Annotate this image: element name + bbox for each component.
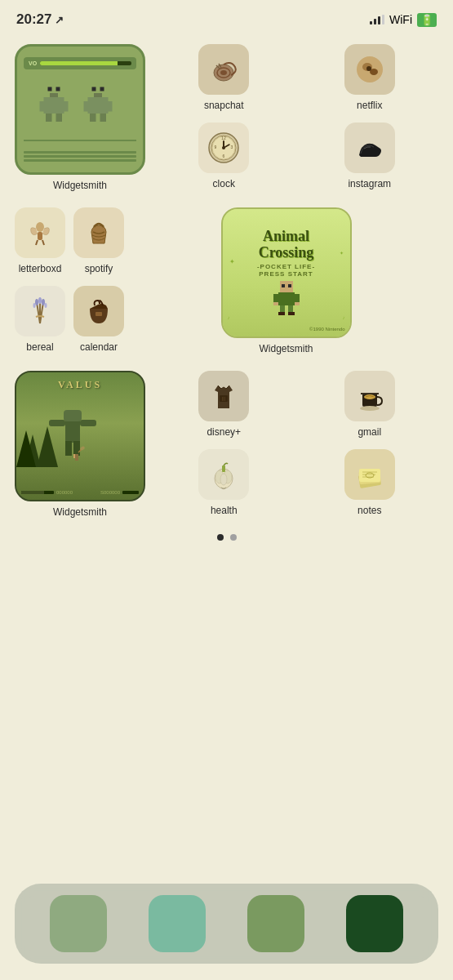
svg-rect-88 — [359, 469, 380, 482]
svg-point-50 — [45, 303, 47, 308]
netflix-app[interactable]: netflix — [301, 44, 439, 111]
svg-rect-13 — [100, 87, 104, 91]
home-screen: VO — [0, 36, 453, 565]
snapchat-app[interactable]: snapchat — [155, 44, 293, 111]
spotify-label: spotify — [85, 263, 113, 274]
svg-rect-15 — [88, 97, 109, 114]
gmail-icon[interactable] — [344, 371, 395, 421]
dot-2 — [230, 534, 237, 541]
letterboxd-app[interactable]: letterboxd — [15, 207, 65, 274]
svg-text:6: 6 — [223, 154, 225, 158]
svg-text:12: 12 — [221, 136, 226, 140]
svg-rect-67 — [65, 418, 80, 443]
svg-rect-5 — [44, 97, 64, 114]
dock-app-1[interactable] — [50, 895, 107, 952]
snapchat-icon[interactable] — [198, 44, 249, 95]
notes-label: notes — [358, 505, 381, 516]
dot-1 — [217, 534, 224, 541]
instagram-icon[interactable] — [344, 122, 395, 173]
status-icons: WiFi 🔋 — [370, 13, 437, 27]
bottom-right-grid: ||| disney+ — [155, 371, 438, 516]
health-app[interactable]: health — [155, 449, 293, 516]
widgetsmith-2-widget[interactable]: AnimalCrossing -POCKET LIFE- PRESS START — [221, 207, 352, 338]
wifi-icon: WiFi — [389, 13, 412, 26]
calendar-icon[interactable] — [73, 286, 124, 336]
widgetsmith-3-widget[interactable]: VALUS — [15, 371, 145, 501]
clock-icon[interactable]: 12 3 6 9 — [198, 122, 249, 173]
svg-rect-9 — [56, 114, 63, 122]
row-2: letterboxd spotify — [15, 207, 438, 354]
svg-point-49 — [33, 303, 36, 308]
widgetsmith-2-container[interactable]: AnimalCrossing -POCKET LIFE- PRESS START — [134, 207, 438, 354]
svg-point-38 — [222, 146, 225, 149]
signal-icon — [370, 15, 384, 24]
svg-rect-3 — [56, 87, 60, 91]
bereal-icon[interactable] — [15, 286, 65, 336]
instagram-app[interactable]: instagram — [301, 122, 439, 189]
svg-rect-85 — [222, 466, 225, 472]
svg-point-39 — [36, 222, 44, 232]
svg-point-28 — [366, 66, 371, 71]
svg-rect-57 — [295, 294, 300, 302]
svg-rect-8 — [46, 114, 52, 122]
svg-rect-14 — [94, 93, 102, 97]
instagram-label: instagram — [348, 178, 391, 189]
calendar-app[interactable]: calendar — [73, 286, 124, 353]
dock-app-3[interactable] — [247, 895, 304, 952]
svg-rect-62 — [278, 312, 285, 315]
svg-rect-71 — [65, 441, 72, 456]
svg-rect-63 — [288, 312, 295, 315]
disney-icon[interactable]: ||| — [198, 371, 249, 421]
svg-text:3: 3 — [231, 145, 233, 149]
svg-rect-54 — [288, 284, 291, 287]
svg-rect-2 — [48, 87, 52, 91]
svg-rect-4 — [50, 93, 58, 97]
health-label: health — [211, 505, 238, 516]
widgetsmith-1-widget[interactable]: VO — [15, 44, 145, 175]
disney-label: disney+ — [207, 426, 241, 438]
widgetsmith-2-label: Widgetsmith — [259, 343, 313, 354]
dock-app-4[interactable] — [346, 895, 403, 952]
svg-rect-6 — [40, 101, 47, 112]
svg-rect-7 — [62, 101, 69, 112]
gmail-label: gmail — [358, 426, 381, 438]
svg-rect-73 — [75, 454, 78, 461]
health-icon[interactable] — [198, 449, 249, 500]
spotify-icon[interactable] — [73, 207, 124, 258]
disney-app[interactable]: ||| disney+ — [155, 371, 293, 438]
bereal-label: bereal — [26, 341, 53, 353]
location-icon: ↗ — [55, 14, 64, 26]
svg-marker-66 — [37, 426, 58, 467]
letterboxd-icon[interactable] — [15, 207, 65, 258]
gmail-app[interactable]: gmail — [301, 371, 439, 438]
svg-rect-70 — [80, 420, 96, 426]
svg-point-79 — [360, 406, 380, 411]
svg-rect-51 — [95, 312, 102, 316]
svg-point-84 — [220, 474, 227, 485]
spotify-app[interactable]: spotify — [73, 207, 124, 274]
top-right-grid: snapchat netflix — [155, 44, 438, 189]
svg-rect-18 — [90, 114, 96, 122]
notes-icon[interactable] — [344, 449, 395, 500]
svg-rect-12 — [92, 87, 96, 91]
netflix-label: netflix — [357, 100, 382, 111]
widgetsmith-3-container[interactable]: VALUS — [15, 371, 145, 518]
svg-line-41 — [36, 240, 38, 245]
svg-rect-16 — [84, 101, 91, 112]
mid-left-grid: letterboxd spotify — [15, 207, 124, 353]
svg-rect-19 — [100, 114, 107, 122]
svg-rect-61 — [288, 305, 293, 312]
dock-app-2[interactable] — [149, 895, 206, 952]
bereal-app[interactable]: bereal — [15, 286, 65, 353]
svg-rect-60 — [280, 305, 285, 312]
notes-app[interactable]: notes — [301, 449, 439, 516]
widgetsmith-1-container[interactable]: VO — [15, 44, 145, 191]
clock-app[interactable]: 12 3 6 9 clock — [155, 122, 293, 189]
svg-rect-17 — [106, 101, 113, 112]
letterboxd-label: letterboxd — [19, 263, 62, 274]
svg-text:|||: ||| — [222, 396, 225, 401]
svg-rect-74 — [73, 454, 75, 458]
pixel-cats — [38, 81, 122, 130]
clock-label: clock — [213, 178, 235, 189]
netflix-icon[interactable] — [344, 44, 395, 95]
